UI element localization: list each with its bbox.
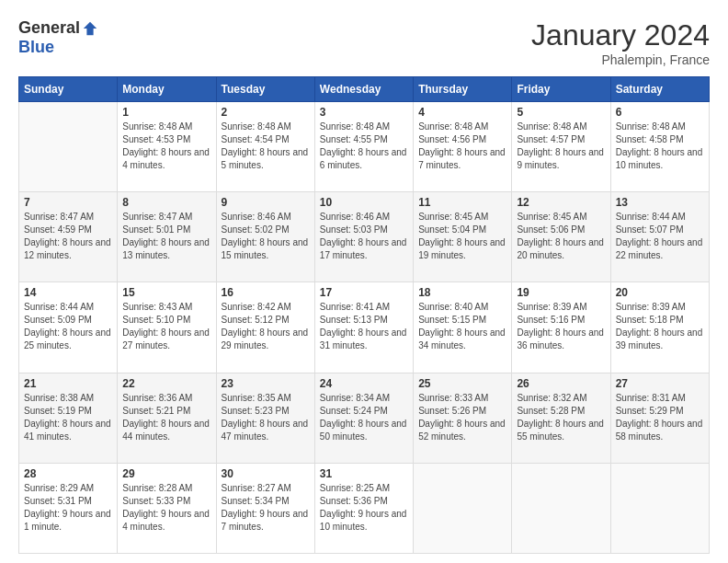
calendar-cell: 9Sunrise: 8:46 AMSunset: 5:02 PMDaylight…: [216, 192, 314, 282]
day-info: Sunrise: 8:35 AMSunset: 5:23 PMDaylight:…: [222, 392, 310, 443]
svg-marker-0: [84, 21, 97, 34]
calendar-cell: 24Sunrise: 8:34 AMSunset: 5:24 PMDayligh…: [314, 373, 413, 463]
weekday-header-friday: Friday: [512, 77, 610, 102]
weekday-header-row: SundayMondayTuesdayWednesdayThursdayFrid…: [19, 77, 710, 102]
day-info: Sunrise: 8:40 AMSunset: 5:15 PMDaylight:…: [418, 301, 506, 352]
day-number: 16: [222, 286, 310, 299]
day-info: Sunrise: 8:43 AMSunset: 5:10 PMDaylight:…: [122, 301, 210, 352]
calendar-cell: 29Sunrise: 8:28 AMSunset: 5:33 PMDayligh…: [118, 463, 216, 553]
calendar-cell: 17Sunrise: 8:41 AMSunset: 5:13 PMDayligh…: [314, 282, 413, 373]
calendar-cell: 7Sunrise: 8:47 AMSunset: 4:59 PMDaylight…: [19, 192, 118, 282]
logo-blue-text: Blue: [18, 38, 54, 56]
day-info: Sunrise: 8:29 AMSunset: 5:31 PMDaylight:…: [24, 482, 112, 534]
calendar-cell: 31Sunrise: 8:25 AMSunset: 5:36 PMDayligh…: [314, 463, 413, 553]
day-info: Sunrise: 8:46 AMSunset: 5:03 PMDaylight:…: [320, 211, 408, 262]
day-number: 29: [122, 467, 210, 480]
calendar-cell: 19Sunrise: 8:39 AMSunset: 5:16 PMDayligh…: [512, 282, 610, 373]
day-number: 30: [222, 467, 310, 480]
day-number: 14: [24, 286, 112, 299]
day-info: Sunrise: 8:48 AMSunset: 4:55 PMDaylight:…: [320, 121, 408, 172]
calendar-cell: 14Sunrise: 8:44 AMSunset: 5:09 PMDayligh…: [19, 282, 118, 373]
day-info: Sunrise: 8:48 AMSunset: 4:57 PMDaylight:…: [517, 121, 605, 172]
day-number: 20: [616, 286, 704, 299]
calendar-cell: 13Sunrise: 8:44 AMSunset: 5:07 PMDayligh…: [610, 192, 709, 282]
calendar-cell: [19, 102, 118, 192]
day-number: 7: [24, 196, 112, 209]
day-info: Sunrise: 8:42 AMSunset: 5:12 PMDaylight:…: [222, 301, 310, 352]
day-number: 10: [320, 196, 408, 209]
calendar-cell: 18Sunrise: 8:40 AMSunset: 5:15 PMDayligh…: [414, 282, 512, 373]
day-info: Sunrise: 8:48 AMSunset: 4:56 PMDaylight:…: [418, 121, 506, 172]
calendar-cell: 23Sunrise: 8:35 AMSunset: 5:23 PMDayligh…: [216, 373, 314, 463]
calendar-cell: 3Sunrise: 8:48 AMSunset: 4:55 PMDaylight…: [314, 102, 413, 192]
day-number: 25: [418, 377, 506, 390]
weekday-header-monday: Monday: [118, 77, 216, 102]
day-info: Sunrise: 8:33 AMSunset: 5:26 PMDaylight:…: [418, 392, 506, 443]
calendar-cell: 25Sunrise: 8:33 AMSunset: 5:26 PMDayligh…: [414, 373, 512, 463]
day-number: 21: [24, 377, 112, 390]
calendar-table: SundayMondayTuesdayWednesdayThursdayFrid…: [18, 76, 710, 554]
day-number: 5: [517, 106, 605, 119]
calendar-cell: 22Sunrise: 8:36 AMSunset: 5:21 PMDayligh…: [118, 373, 216, 463]
day-info: Sunrise: 8:34 AMSunset: 5:24 PMDaylight:…: [320, 392, 408, 443]
day-info: Sunrise: 8:48 AMSunset: 4:54 PMDaylight:…: [222, 121, 310, 172]
month-title: January 2024: [531, 18, 710, 52]
day-info: Sunrise: 8:48 AMSunset: 4:58 PMDaylight:…: [616, 121, 704, 172]
day-number: 23: [222, 377, 310, 390]
calendar-cell: 21Sunrise: 8:38 AMSunset: 5:19 PMDayligh…: [19, 373, 118, 463]
day-info: Sunrise: 8:28 AMSunset: 5:33 PMDaylight:…: [122, 482, 210, 534]
day-number: 9: [222, 196, 310, 209]
day-info: Sunrise: 8:44 AMSunset: 5:09 PMDaylight:…: [24, 301, 112, 352]
calendar-cell: 28Sunrise: 8:29 AMSunset: 5:31 PMDayligh…: [19, 463, 118, 553]
week-row-5: 28Sunrise: 8:29 AMSunset: 5:31 PMDayligh…: [19, 463, 710, 553]
calendar-cell: 11Sunrise: 8:45 AMSunset: 5:04 PMDayligh…: [414, 192, 512, 282]
day-number: 12: [517, 196, 605, 209]
day-number: 1: [122, 106, 210, 119]
day-number: 28: [24, 467, 112, 480]
weekday-header-tuesday: Tuesday: [216, 77, 314, 102]
day-number: 3: [320, 106, 408, 119]
week-row-1: 1Sunrise: 8:48 AMSunset: 4:53 PMDaylight…: [19, 102, 710, 192]
day-info: Sunrise: 8:45 AMSunset: 5:04 PMDaylight:…: [418, 211, 506, 262]
calendar-cell: [610, 463, 709, 553]
day-info: Sunrise: 8:31 AMSunset: 5:29 PMDaylight:…: [616, 392, 704, 443]
day-number: 17: [320, 286, 408, 299]
day-info: Sunrise: 8:46 AMSunset: 5:02 PMDaylight:…: [222, 211, 310, 262]
calendar-cell: 20Sunrise: 8:39 AMSunset: 5:18 PMDayligh…: [610, 282, 709, 373]
weekday-header-wednesday: Wednesday: [314, 77, 413, 102]
page: General Blue January 2024 Phalempin, Fra…: [0, 0, 728, 563]
weekday-header-thursday: Thursday: [414, 77, 512, 102]
day-number: 24: [320, 377, 408, 390]
week-row-3: 14Sunrise: 8:44 AMSunset: 5:09 PMDayligh…: [19, 282, 710, 373]
day-info: Sunrise: 8:41 AMSunset: 5:13 PMDaylight:…: [320, 301, 408, 352]
day-number: 26: [517, 377, 605, 390]
day-number: 18: [418, 286, 506, 299]
logo: General Blue: [18, 18, 98, 57]
day-info: Sunrise: 8:44 AMSunset: 5:07 PMDaylight:…: [616, 211, 704, 262]
calendar-cell: 2Sunrise: 8:48 AMSunset: 4:54 PMDaylight…: [216, 102, 314, 192]
day-number: 8: [122, 196, 210, 209]
calendar-cell: 8Sunrise: 8:47 AMSunset: 5:01 PMDaylight…: [118, 192, 216, 282]
calendar-cell: 10Sunrise: 8:46 AMSunset: 5:03 PMDayligh…: [314, 192, 413, 282]
header: General Blue January 2024 Phalempin, Fra…: [18, 18, 710, 67]
day-info: Sunrise: 8:47 AMSunset: 4:59 PMDaylight:…: [24, 211, 112, 262]
calendar-cell: 15Sunrise: 8:43 AMSunset: 5:10 PMDayligh…: [118, 282, 216, 373]
day-number: 31: [320, 467, 408, 480]
day-info: Sunrise: 8:38 AMSunset: 5:19 PMDaylight:…: [24, 392, 112, 443]
logo-general-text: General: [18, 18, 80, 38]
day-number: 19: [517, 286, 605, 299]
day-number: 2: [222, 106, 310, 119]
calendar-cell: [512, 463, 610, 553]
day-number: 22: [122, 377, 210, 390]
week-row-2: 7Sunrise: 8:47 AMSunset: 4:59 PMDaylight…: [19, 192, 710, 282]
day-info: Sunrise: 8:39 AMSunset: 5:18 PMDaylight:…: [616, 301, 704, 352]
day-info: Sunrise: 8:25 AMSunset: 5:36 PMDaylight:…: [320, 482, 408, 534]
day-info: Sunrise: 8:39 AMSunset: 5:16 PMDaylight:…: [517, 301, 605, 352]
day-number: 4: [418, 106, 506, 119]
day-number: 13: [616, 196, 704, 209]
calendar-cell: 5Sunrise: 8:48 AMSunset: 4:57 PMDaylight…: [512, 102, 610, 192]
week-row-4: 21Sunrise: 8:38 AMSunset: 5:19 PMDayligh…: [19, 373, 710, 463]
calendar-cell: 6Sunrise: 8:48 AMSunset: 4:58 PMDaylight…: [610, 102, 709, 192]
day-number: 15: [122, 286, 210, 299]
logo-icon: [82, 20, 98, 37]
